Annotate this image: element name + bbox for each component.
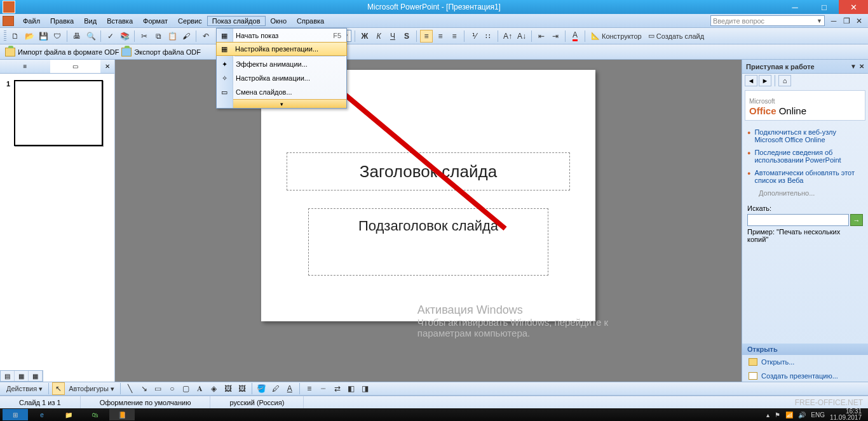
print-button[interactable]: 🖶 — [71, 30, 83, 43]
link-connect[interactable]: ●Подключиться к веб-узлу Microsoft Offic… — [747, 126, 863, 146]
cut-button[interactable]: ✂ — [138, 30, 151, 43]
research-button[interactable]: 📚 — [118, 30, 131, 43]
rect-tool[interactable]: ▭ — [152, 382, 165, 395]
bold-button[interactable]: Ж — [358, 30, 371, 43]
3d-tool[interactable]: ◨ — [359, 382, 372, 395]
line-style-tool[interactable]: ≡ — [303, 382, 316, 395]
clipart-tool[interactable]: 🖼 — [222, 382, 234, 395]
menu-edit[interactable]: Правка — [45, 16, 79, 26]
nav-fwd-button[interactable]: ► — [759, 75, 771, 86]
search-go-button[interactable]: → — [850, 214, 863, 226]
decrease-font-button[interactable]: A↓ — [515, 30, 528, 43]
slide-editor[interactable]: Заголовок слайда Подзаголовок слайда Акт… — [115, 60, 742, 383]
close-button[interactable]: ✕ — [839, 0, 868, 14]
sorter-view-button[interactable]: ▦ — [15, 371, 29, 381]
taskbar-ie[interactable]: e — [29, 409, 55, 420]
menu-insert[interactable]: Вставка — [102, 16, 138, 26]
arrow-style-tool[interactable]: ⇄ — [331, 382, 344, 395]
menu-view[interactable]: Вид — [79, 16, 102, 26]
menu-slideshow[interactable]: Показ слайдов — [207, 16, 266, 26]
save-button[interactable]: 💾 — [37, 30, 50, 43]
menu-tools[interactable]: Сервис — [173, 16, 207, 26]
nav-back-button[interactable]: ◄ — [745, 75, 757, 86]
odf-export-button[interactable]: Экспорт файла ODF — [121, 48, 201, 57]
menu-format[interactable]: Формат — [138, 16, 173, 26]
underline-button[interactable]: Ч — [386, 30, 399, 43]
menu-custom-animation[interactable]: ✧ Настройка анимации... — [217, 71, 346, 85]
menu-slide-transition[interactable]: ▭ Смена слайдов... — [217, 85, 346, 99]
textbox-tool[interactable]: ▢ — [180, 382, 193, 395]
line-tool[interactable]: ╲ — [124, 382, 137, 395]
toolbar-grip[interactable] — [4, 30, 6, 42]
show-view-button[interactable]: ▦ — [29, 371, 43, 381]
odf-import-button[interactable]: Импорт файла в формате ODF — [5, 48, 119, 57]
tray-flag-icon[interactable]: ⚑ — [775, 411, 780, 418]
select-tool[interactable]: ↖ — [52, 382, 65, 395]
slide-thumbnail[interactable]: 1 — [6, 80, 108, 146]
shadow-button[interactable]: S — [400, 30, 413, 43]
open-link[interactable]: Открыть... — [742, 355, 868, 369]
picture-tool[interactable]: 🖼 — [236, 382, 248, 395]
title-placeholder[interactable]: Заголовок слайда — [287, 152, 570, 190]
copy-button[interactable]: ⧉ — [152, 30, 165, 43]
open-button[interactable]: 📂 — [23, 30, 36, 43]
italic-button[interactable]: К — [372, 30, 385, 43]
menu-start-show[interactable]: ▦ Начать показ F5 — [217, 29, 346, 43]
taskbar-explorer[interactable]: 📁 — [56, 409, 81, 420]
permission-button[interactable]: 🛡 — [51, 30, 64, 43]
design-button[interactable]: 📐Конструктор — [588, 30, 644, 43]
link-more[interactable]: Дополнительно... — [747, 187, 863, 199]
autoshapes-menu[interactable]: Автофигуры▾ — [66, 382, 117, 395]
align-center-button[interactable]: ≡ — [434, 30, 447, 43]
actions-menu[interactable]: Действия▾ — [4, 382, 45, 395]
nav-home-button[interactable]: ⌂ — [778, 75, 791, 86]
bullets-button[interactable]: ∷ — [482, 30, 494, 43]
taskbar-powerpoint[interactable]: 📙 — [109, 409, 135, 420]
taskbar-store[interactable]: 🛍 — [83, 409, 108, 420]
arrow-tool[interactable]: ↘ — [138, 382, 151, 395]
minimize-button[interactable]: ─ — [780, 0, 810, 14]
slides-tab[interactable]: ▭ — [50, 60, 100, 73]
menu-setup-show[interactable]: ▦ Настройка презентации... — [216, 42, 347, 56]
link-news[interactable]: ●Последние сведения об использовании Pow… — [747, 146, 863, 166]
link-update[interactable]: ●Автоматически обновлять этот список из … — [747, 166, 863, 187]
mdi-minimize[interactable]: ─ — [827, 15, 840, 27]
ask-question-box[interactable]: Введите вопрос ▼ — [710, 15, 825, 26]
search-input[interactable] — [747, 214, 849, 226]
paste-button[interactable]: 📋 — [166, 30, 179, 43]
outline-tab[interactable]: ≡ — [0, 60, 50, 73]
menu-expand[interactable]: ▾ — [217, 99, 346, 108]
taskpane-close[interactable]: ✕ — [859, 63, 864, 70]
new-button[interactable]: 🗋 — [9, 30, 22, 43]
preview-button[interactable]: 🔍 — [85, 30, 97, 43]
tray-volume-icon[interactable]: 🔊 — [798, 411, 806, 418]
create-link[interactable]: Создать презентацию... — [742, 369, 868, 383]
align-left-button[interactable]: ≡ — [420, 30, 433, 43]
menu-file[interactable]: Файл — [18, 16, 45, 26]
font-color-tool[interactable]: A — [283, 382, 296, 395]
wordart-tool[interactable]: 𝐀 — [194, 382, 207, 395]
menu-help[interactable]: Справка — [292, 16, 329, 26]
normal-view-button[interactable]: ▤ — [1, 371, 15, 381]
undo-button[interactable]: ↶ — [200, 30, 212, 43]
menu-window[interactable]: Окно — [266, 16, 292, 26]
diagram-tool[interactable]: ◈ — [208, 382, 220, 395]
format-painter-button[interactable]: 🖌 — [180, 30, 193, 43]
taskpane-dropdown[interactable]: ▼ — [850, 63, 857, 70]
start-button[interactable]: ⊞ — [3, 409, 28, 420]
dash-style-tool[interactable]: ┈ — [317, 382, 330, 395]
fill-color-tool[interactable]: 🪣 — [255, 382, 268, 395]
shadow-tool[interactable]: ◧ — [345, 382, 358, 395]
close-pane-button[interactable]: ✕ — [100, 60, 114, 73]
subtitle-placeholder[interactable]: Подзаголовок слайда — [308, 208, 548, 276]
tray-up-icon[interactable]: ▴ — [766, 411, 770, 418]
mdi-close[interactable]: ✕ — [853, 15, 865, 27]
font-color-button[interactable]: A — [569, 30, 581, 43]
increase-indent-button[interactable]: ⇥ — [549, 30, 562, 43]
numbering-button[interactable]: ⅟ — [468, 30, 480, 43]
menubar-logo[interactable] — [3, 16, 14, 26]
maximize-button[interactable]: □ — [810, 0, 839, 14]
increase-font-button[interactable]: A↑ — [501, 30, 514, 43]
spell-button[interactable]: ✓ — [104, 30, 117, 43]
align-right-button[interactable]: ≡ — [448, 30, 461, 43]
